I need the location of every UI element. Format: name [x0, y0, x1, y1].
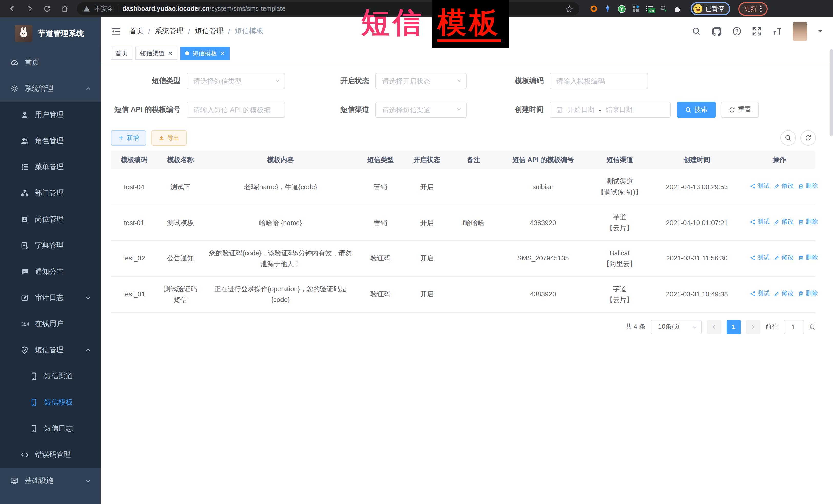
- help-icon[interactable]: [732, 27, 741, 36]
- search-button[interactable]: 搜索: [677, 101, 716, 118]
- table-header-row: 模板编码 模板名称 模板内容 短信类型 开启状态 备注 短信 API 的模板编号…: [111, 151, 815, 169]
- forward-icon[interactable]: [23, 2, 37, 16]
- close-icon[interactable]: [168, 51, 173, 56]
- next-page-button[interactable]: [746, 320, 760, 334]
- api-template-id-input[interactable]: [187, 101, 285, 118]
- channel-cell: 芋道 【云片】: [589, 277, 650, 312]
- search-icon[interactable]: [691, 27, 701, 36]
- sidebar-collapse-icon[interactable]: [111, 26, 121, 37]
- test-link[interactable]: 测试: [750, 217, 770, 227]
- kebab-menu-icon[interactable]: [760, 5, 762, 12]
- font-size-icon[interactable]: [772, 26, 782, 36]
- delete-link[interactable]: 删除: [798, 253, 818, 263]
- github-icon[interactable]: [712, 26, 721, 36]
- magnifier-extension-icon[interactable]: [660, 5, 668, 13]
- orange-ring-extension-icon[interactable]: [590, 5, 598, 13]
- prev-page-button[interactable]: [707, 320, 721, 334]
- edit-link[interactable]: 修改: [774, 253, 794, 263]
- audit-log-icon: [21, 293, 29, 302]
- edit-link[interactable]: 修改: [774, 181, 794, 192]
- fullscreen-icon[interactable]: [752, 27, 761, 36]
- breadcrumb-sms[interactable]: 短信管理: [195, 27, 223, 36]
- edit-link[interactable]: 修改: [774, 217, 794, 227]
- toggle-search-button[interactable]: [780, 130, 795, 146]
- calendar-icon: [556, 106, 563, 113]
- refresh-button[interactable]: [800, 130, 815, 146]
- delete-link[interactable]: 删除: [798, 217, 818, 227]
- user-avatar[interactable]: [792, 22, 807, 41]
- page-content: 短信类型 开启状态: [100, 62, 833, 504]
- sidebar-item-errorcode-mgmt[interactable]: 错误码管理: [0, 441, 100, 467]
- security-label: 不安全: [94, 4, 114, 13]
- sidebar-item-dept-mgmt[interactable]: 部门管理: [0, 180, 100, 206]
- sidebar-item-system[interactable]: 系统管理: [0, 75, 100, 101]
- blue-pin-extension-icon[interactable]: [603, 5, 612, 13]
- template-code-input[interactable]: [550, 73, 648, 89]
- sms-channel-select[interactable]: [375, 101, 467, 118]
- puzzle-extension-icon[interactable]: [673, 5, 682, 13]
- on-badge: on: [648, 8, 655, 13]
- sidebar-item-audit-log[interactable]: 审计日志: [0, 285, 100, 311]
- test-link[interactable]: 测试: [750, 289, 770, 299]
- green-y-extension-icon[interactable]: [617, 4, 626, 13]
- bookmark-star-icon[interactable]: [566, 5, 573, 13]
- app-logo[interactable]: 芋道管理系统: [0, 18, 100, 49]
- sidebar-item-dict-mgmt[interactable]: 字典管理: [0, 232, 100, 258]
- browser-update-button[interactable]: 更新: [738, 2, 768, 16]
- sidebar-item-notice[interactable]: 通知公告: [0, 258, 100, 285]
- sidebar-item-sms-channel[interactable]: 短信渠道: [0, 363, 100, 389]
- sidebar-item-post-mgmt[interactable]: 岗位管理: [0, 206, 100, 232]
- caret-down-icon[interactable]: [817, 29, 823, 34]
- page-number-1[interactable]: 1: [727, 320, 741, 334]
- create-time-range-picker[interactable]: 开始日期 - 结束日期: [550, 101, 671, 118]
- goto-label: 前往: [765, 322, 778, 331]
- goto-page-input[interactable]: [783, 320, 804, 334]
- end-date-placeholder: 结束日期: [606, 105, 633, 114]
- back-icon[interactable]: [5, 2, 20, 16]
- status-select[interactable]: [375, 73, 467, 89]
- sidebar-item-sms-log[interactable]: 短信日志: [0, 415, 100, 441]
- delete-link[interactable]: 删除: [798, 181, 818, 192]
- filter-label-create-time: 创建时间: [515, 105, 550, 114]
- profile-avatar: [693, 4, 703, 13]
- filter-label-sms-channel: 短信渠道: [340, 105, 375, 114]
- trash-icon: [798, 255, 804, 261]
- navbar-actions: [691, 22, 823, 41]
- sidebar-item-online-users[interactable]: 在线用户: [0, 311, 100, 337]
- sms-type-select[interactable]: [187, 73, 285, 89]
- share-icon: [750, 255, 756, 261]
- close-icon[interactable]: [220, 51, 225, 56]
- annotation-title-part2: 模板: [437, 7, 501, 42]
- col-code: 模板编码: [111, 151, 158, 169]
- browser-profile-chip[interactable]: 已暂停: [691, 2, 730, 16]
- page-size-select[interactable]: 10条/页: [650, 320, 702, 334]
- sidebar-item-menu-mgmt[interactable]: 菜单管理: [0, 154, 100, 180]
- breadcrumb-home[interactable]: 首页: [129, 27, 144, 36]
- sidebar-item-sms-mgmt[interactable]: 短信管理: [0, 337, 100, 363]
- tab-sms-template[interactable]: 短信模板: [181, 47, 230, 60]
- sidebar-item-role-mgmt[interactable]: 角色管理: [0, 128, 100, 154]
- scrollbar-thumb[interactable]: [830, 49, 832, 136]
- add-button[interactable]: 新增: [111, 130, 146, 146]
- sidebar-item-user-mgmt[interactable]: 用户管理: [0, 101, 100, 128]
- tab-sms-channel[interactable]: 短信渠道: [135, 47, 177, 60]
- edit-link[interactable]: 修改: [774, 289, 794, 299]
- grid-diamond-extension-icon[interactable]: [632, 5, 640, 13]
- breadcrumb-system[interactable]: 系统管理: [155, 27, 184, 36]
- sidebar-item-sms-template[interactable]: 短信模板: [0, 389, 100, 415]
- breadcrumb: 首页 / 系统管理 / 短信管理 / 短信模板: [129, 27, 263, 36]
- url-host: dashboard.yudao.iocoder.cn: [122, 5, 210, 12]
- test-link[interactable]: 测试: [750, 181, 770, 192]
- test-link[interactable]: 测试: [750, 253, 770, 263]
- home-icon[interactable]: [57, 2, 72, 16]
- tab-home[interactable]: 首页: [111, 47, 132, 60]
- col-remark: 备注: [450, 151, 497, 169]
- col-content: 模板内容: [204, 151, 357, 169]
- reset-button[interactable]: 重置: [721, 101, 759, 118]
- export-button[interactable]: 导出: [151, 130, 187, 146]
- reload-icon[interactable]: [40, 2, 54, 16]
- sidebar-item-home[interactable]: 首页: [0, 49, 100, 75]
- list-on-extension-icon[interactable]: on: [646, 5, 654, 13]
- delete-link[interactable]: 删除: [798, 289, 818, 299]
- sidebar-item-infra[interactable]: 基础设施: [0, 467, 100, 494]
